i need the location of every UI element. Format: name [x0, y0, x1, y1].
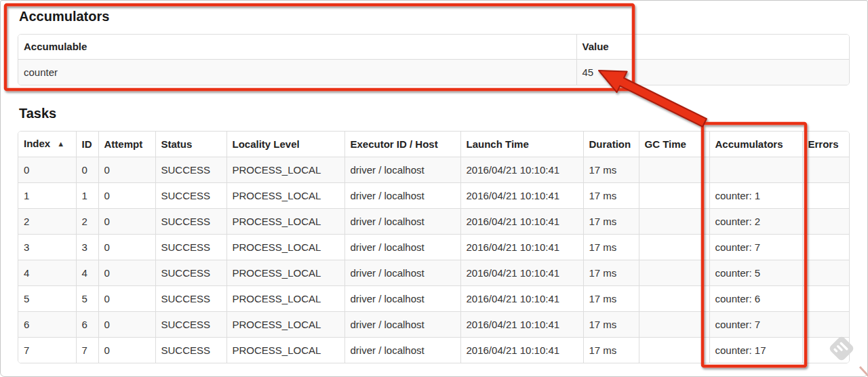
cell-gc-time	[639, 183, 709, 209]
cell-duration: 17 ms	[583, 260, 639, 286]
cell-duration: 17 ms	[583, 183, 639, 209]
cell-launch-time: 2016/04/21 10:10:41	[460, 312, 583, 338]
cell-accumulators	[709, 157, 802, 183]
cell-attempt: 0	[98, 157, 155, 183]
tasks-section-title: Tasks	[19, 106, 850, 121]
cell-attempt: 0	[98, 209, 155, 235]
tasks-table-body: 0 0 0 SUCCESS PROCESS_LOCAL driver / loc…	[18, 157, 850, 363]
cell-id: 7	[76, 338, 98, 363]
cell-id: 3	[76, 235, 98, 260]
cell-gc-time	[639, 312, 709, 338]
cell-attempt: 0	[98, 286, 155, 312]
cell-launch-time: 2016/04/21 10:10:41	[460, 183, 583, 209]
column-header-locality-level[interactable]: Locality Level	[226, 132, 344, 157]
cell-gc-time	[639, 235, 709, 260]
cell-status: SUCCESS	[155, 157, 226, 183]
accumulators-table: Accumulable Value counter 45	[18, 34, 850, 85]
cell-launch-time: 2016/04/21 10:10:41	[460, 209, 583, 235]
sort-ascending-icon: ▲	[57, 137, 64, 151]
cell-errors	[802, 235, 850, 260]
cell-locality-level: PROCESS_LOCAL	[226, 286, 344, 312]
cell-locality-level: PROCESS_LOCAL	[226, 235, 344, 260]
cell-duration: 17 ms	[583, 312, 639, 338]
accumulable-name-cell: counter	[18, 60, 576, 85]
cell-errors	[802, 286, 850, 312]
column-header-accumulable: Accumulable	[18, 35, 576, 60]
cell-accumulators: counter: 17	[709, 338, 802, 363]
cell-launch-time: 2016/04/21 10:10:41	[460, 157, 583, 183]
cell-launch-time: 2016/04/21 10:10:41	[460, 338, 583, 363]
cell-status: SUCCESS	[155, 260, 226, 286]
cell-launch-time: 2016/04/21 10:10:41	[460, 286, 583, 312]
cell-gc-time	[639, 157, 709, 183]
cell-errors	[802, 260, 850, 286]
cell-locality-level: PROCESS_LOCAL	[226, 312, 344, 338]
cell-id: 6	[76, 312, 98, 338]
cell-executor-id-host: driver / localhost	[344, 260, 460, 286]
cell-id: 2	[76, 209, 98, 235]
cell-status: SUCCESS	[155, 312, 226, 338]
task-row: 0 0 0 SUCCESS PROCESS_LOCAL driver / loc…	[18, 157, 850, 183]
cell-status: SUCCESS	[155, 235, 226, 260]
column-header-id[interactable]: ID	[76, 132, 98, 157]
column-header-attempt[interactable]: Attempt	[98, 132, 155, 157]
cell-status: SUCCESS	[155, 209, 226, 235]
cell-executor-id-host: driver / localhost	[344, 286, 460, 312]
cell-gc-time	[639, 209, 709, 235]
cell-locality-level: PROCESS_LOCAL	[226, 157, 344, 183]
column-header-launch-time[interactable]: Launch Time	[460, 132, 583, 157]
cell-index: 6	[18, 312, 76, 338]
column-header-index[interactable]: Index▲	[18, 132, 76, 157]
cell-status: SUCCESS	[155, 183, 226, 209]
cell-id: 5	[76, 286, 98, 312]
spark-stage-page: Accumulators Accumulable Value counter 4…	[18, 0, 850, 363]
cell-attempt: 0	[98, 338, 155, 363]
task-row: 2 2 0 SUCCESS PROCESS_LOCAL driver / loc…	[18, 209, 850, 235]
cell-errors	[802, 338, 850, 363]
cell-errors	[802, 312, 850, 338]
cell-duration: 17 ms	[583, 157, 639, 183]
cell-index: 2	[18, 209, 76, 235]
cell-index: 0	[18, 157, 76, 183]
cell-executor-id-host: driver / localhost	[344, 312, 460, 338]
cell-status: SUCCESS	[155, 338, 226, 363]
cell-gc-time	[639, 338, 709, 363]
cell-index: 1	[18, 183, 76, 209]
accumulator-row: counter 45	[18, 60, 850, 85]
cell-accumulators: counter: 7	[709, 235, 802, 260]
cell-gc-time	[639, 286, 709, 312]
cell-gc-time	[639, 260, 709, 286]
column-header-status[interactable]: Status	[155, 132, 226, 157]
column-header-value: Value	[576, 35, 850, 60]
cell-locality-level: PROCESS_LOCAL	[226, 209, 344, 235]
cell-accumulators: counter: 5	[709, 260, 802, 286]
cell-status: SUCCESS	[155, 286, 226, 312]
accumulators-header-row: Accumulable Value	[18, 35, 850, 60]
cell-executor-id-host: driver / localhost	[344, 338, 460, 363]
cell-attempt: 0	[98, 260, 155, 286]
column-header-executor-id-host[interactable]: Executor ID / Host	[344, 132, 460, 157]
column-header-errors[interactable]: Errors	[802, 132, 850, 157]
column-header-gc-time[interactable]: GC Time	[639, 132, 709, 157]
cell-errors	[802, 209, 850, 235]
column-header-duration[interactable]: Duration	[583, 132, 639, 157]
cell-duration: 17 ms	[583, 286, 639, 312]
cell-locality-level: PROCESS_LOCAL	[226, 338, 344, 363]
cell-index: 7	[18, 338, 76, 363]
cell-executor-id-host: driver / localhost	[344, 235, 460, 260]
accumulators-section-title: Accumulators	[19, 9, 850, 24]
cell-locality-level: PROCESS_LOCAL	[226, 260, 344, 286]
cell-executor-id-host: driver / localhost	[344, 157, 460, 183]
accumulable-value-cell: 45	[576, 60, 850, 85]
column-header-accumulators[interactable]: Accumulators	[709, 132, 802, 157]
task-row: 5 5 0 SUCCESS PROCESS_LOCAL driver / loc…	[18, 286, 850, 312]
task-row: 7 7 0 SUCCESS PROCESS_LOCAL driver / loc…	[18, 338, 850, 363]
column-header-index-label: Index	[24, 138, 50, 149]
cell-executor-id-host: driver / localhost	[344, 183, 460, 209]
cell-accumulators: counter: 2	[709, 209, 802, 235]
cell-id: 4	[76, 260, 98, 286]
cell-errors	[802, 183, 850, 209]
task-row: 1 1 0 SUCCESS PROCESS_LOCAL driver / loc…	[18, 183, 850, 209]
cell-accumulators: counter: 7	[709, 312, 802, 338]
cell-duration: 17 ms	[583, 235, 639, 260]
